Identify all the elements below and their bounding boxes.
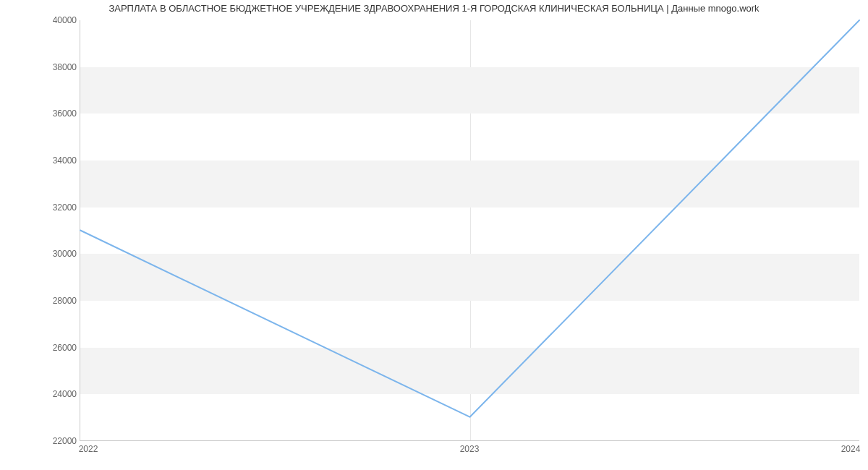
y-tick-label: 28000 <box>12 296 77 306</box>
y-tick-label: 24000 <box>12 389 77 399</box>
y-tick-label: 36000 <box>12 108 77 119</box>
x-tick-label: 2024 <box>841 444 861 454</box>
y-tick-label: 38000 <box>12 62 77 72</box>
x-tick-label: 2023 <box>460 444 480 454</box>
y-tick-label: 22000 <box>12 436 77 446</box>
series-salary <box>80 20 859 417</box>
plot-area <box>80 20 859 441</box>
x-tick-label: 2022 <box>79 444 98 454</box>
salary-line-chart: ЗАРПЛАТА В ОБЛАСТНОЕ БЮДЖЕТНОЕ УЧРЕЖДЕНИ… <box>0 0 868 470</box>
y-tick-label: 26000 <box>12 343 77 353</box>
y-tick-label: 34000 <box>12 155 77 166</box>
y-tick-label: 32000 <box>12 202 77 213</box>
y-tick-label: 30000 <box>12 249 77 259</box>
y-tick-label: 40000 <box>12 15 77 25</box>
chart-title: ЗАРПЛАТА В ОБЛАСТНОЕ БЮДЖЕТНОЕ УЧРЕЖДЕНИ… <box>0 3 868 14</box>
line-layer <box>80 20 859 440</box>
